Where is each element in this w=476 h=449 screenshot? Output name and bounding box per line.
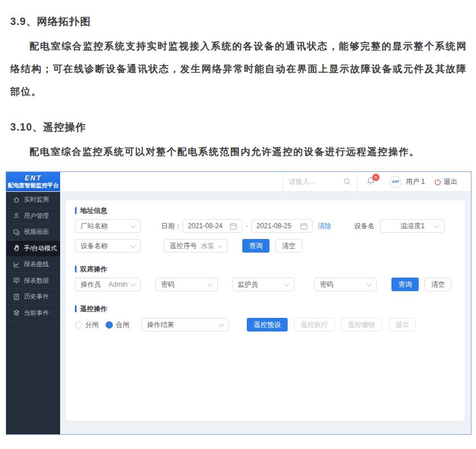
radio-unchecked-icon bbox=[75, 321, 82, 329]
main-area: 地址信息 厂站名称 日期： 2021-08-24 bbox=[60, 192, 471, 435]
clear-date-link[interactable]: 清除 bbox=[318, 221, 331, 231]
section-accent-bar bbox=[75, 266, 77, 272]
section-title: 遥控操作 bbox=[80, 304, 107, 314]
guardian-password-select[interactable]: 密码 bbox=[314, 278, 377, 291]
operator-password-select[interactable]: 密码 bbox=[155, 278, 218, 291]
address-empty-button[interactable]: 清空 bbox=[275, 239, 302, 253]
sidebar-item-label: 历史事件 bbox=[24, 292, 49, 301]
sidebar-item-label: 视频画面 bbox=[24, 228, 49, 236]
select-label: 密码 bbox=[320, 280, 334, 289]
remote-revoke-button[interactable]: 遥控撤销 bbox=[341, 318, 382, 331]
content-panel: 地址信息 厂站名称 日期： 2021-08-24 bbox=[66, 200, 465, 421]
dual-query-button[interactable]: 查询 bbox=[391, 278, 419, 291]
doc-heading-3-9: 3.9、网络拓扑图 bbox=[10, 15, 467, 28]
address-query-button[interactable]: 查询 bbox=[242, 239, 269, 253]
chevron-down-icon bbox=[434, 223, 440, 228]
remote-operation-row: 分闸 合闸 操作结果 遥控预设 遥控执行 遥控撤销 退出 bbox=[75, 318, 456, 331]
video-icon bbox=[13, 229, 20, 236]
chevron-down-icon bbox=[217, 242, 223, 248]
dual-empty-button[interactable]: 清空 bbox=[424, 278, 452, 291]
radio-label: 分闸 bbox=[85, 320, 99, 330]
device-label: 设备名 bbox=[354, 221, 374, 231]
notification-bell-button[interactable]: 5 bbox=[367, 177, 375, 187]
chart-icon bbox=[13, 261, 20, 268]
radio-open-switch[interactable]: 分闸 bbox=[75, 320, 99, 330]
doc-paragraph-3-9: 配电室综合监控系统支持实时监视接入系统的各设备的通讯状态，能够完整的显示整个系统… bbox=[10, 35, 467, 103]
logout-label: 退出 bbox=[444, 177, 457, 187]
sidebar-item-user-management[interactable]: 用户管理 bbox=[6, 208, 60, 225]
power-icon bbox=[434, 178, 441, 186]
operator-select[interactable]: 操作员 Admin bbox=[75, 278, 141, 291]
station-name-select[interactable]: 厂站名称 bbox=[75, 219, 141, 233]
section-header-remote-operation: 遥控操作 bbox=[75, 304, 456, 313]
address-row-2: 设备名称 遥控序号 水泵 查询 清空 bbox=[75, 239, 456, 253]
radio-close-switch[interactable]: 合闸 bbox=[106, 320, 129, 330]
notification-badge: 5 bbox=[372, 174, 380, 181]
sidebar-item-manual-auto-mode[interactable]: 手/自动模式 bbox=[6, 241, 60, 257]
date-range-separator: - bbox=[246, 222, 248, 230]
device-select[interactable]: 温湿度1 bbox=[380, 219, 445, 233]
document-text: 3.9、网络拓扑图 配电室综合监控系统支持实时监视接入系统的各设备的通讯状态，能… bbox=[0, 0, 476, 163]
sidebar-item-report-curve[interactable]: 报表曲线 bbox=[6, 257, 60, 273]
logout-button[interactable]: 退出 bbox=[434, 177, 457, 187]
select-label: 密码 bbox=[161, 280, 175, 289]
home-icon bbox=[13, 196, 20, 203]
sidebar-item-label: 用户管理 bbox=[24, 212, 49, 220]
dual-operation-row: 操作员 Admin 密码 监护员 密码 bbox=[75, 278, 456, 291]
sidebar-item-label: 手/自动模式 bbox=[24, 244, 57, 253]
avatar[interactable]: ENT bbox=[390, 176, 402, 188]
section-header-address-info: 地址信息 bbox=[75, 206, 456, 215]
select-value: 水泵 bbox=[201, 241, 218, 251]
section-header-dual-operation: 双席操作 bbox=[75, 265, 456, 274]
sidebar-item-realtime-monitor[interactable]: 实时监测 bbox=[6, 192, 60, 208]
select-value: 温湿度1 bbox=[401, 221, 425, 231]
device-name-select[interactable]: 设备名称 bbox=[75, 239, 141, 253]
frame-body: 实时监测 用户管理 视频画面 手/自动模式 报表曲线 bbox=[6, 192, 471, 435]
chevron-down-icon bbox=[130, 281, 136, 287]
select-label: 遥控序号 bbox=[170, 241, 197, 251]
app-screenshot-frame: ENT 配电室智能监控平台 请输入... 5 ENT 用户 1 bbox=[6, 171, 471, 435]
remote-execute-button[interactable]: 遥控执行 bbox=[294, 318, 335, 331]
select-label: 设备名称 bbox=[81, 241, 108, 251]
chevron-down-icon bbox=[219, 321, 225, 327]
radio-label: 合闸 bbox=[116, 320, 129, 330]
layers-icon bbox=[13, 309, 20, 316]
date-label: 日期： bbox=[161, 221, 182, 231]
calendar-icon bbox=[230, 223, 237, 230]
remote-exit-button[interactable]: 退出 bbox=[389, 318, 416, 331]
chevron-down-icon bbox=[284, 281, 290, 287]
date-start-value: 2021-08-24 bbox=[188, 222, 222, 230]
remote-number-select[interactable]: 遥控序号 水泵 bbox=[164, 239, 228, 253]
sidebar: 实时监测 用户管理 视频画面 手/自动模式 报表曲线 bbox=[6, 192, 60, 435]
username-label: 用户 1 bbox=[406, 177, 425, 187]
guardian-select[interactable]: 监护员 bbox=[232, 278, 294, 291]
chevron-down-icon bbox=[208, 281, 213, 287]
app-logo: ENT 配电室智能监控平台 bbox=[6, 172, 60, 191]
select-label: 操作结果 bbox=[147, 320, 174, 330]
hand-icon bbox=[13, 245, 20, 251]
sidebar-item-label: 报表曲线 bbox=[24, 260, 49, 268]
section-accent-bar bbox=[75, 207, 77, 214]
calendar-icon bbox=[300, 223, 307, 230]
date-end-value: 2021-08-25 bbox=[256, 222, 291, 230]
select-label: 厂站名称 bbox=[81, 221, 108, 231]
sidebar-item-report-data[interactable]: 报表数据 bbox=[6, 273, 60, 289]
top-bar: ENT 配电室智能监控平台 请输入... 5 ENT 用户 1 bbox=[6, 172, 471, 192]
history-icon bbox=[13, 293, 20, 300]
sidebar-item-current-events[interactable]: 当前事件 bbox=[6, 305, 60, 322]
date-end-input[interactable]: 2021-08-25 bbox=[251, 219, 313, 233]
section-title: 地址信息 bbox=[80, 206, 107, 216]
date-start-input[interactable]: 2021-08-24 bbox=[183, 219, 242, 233]
report-icon bbox=[13, 277, 20, 284]
doc-heading-3-10: 3.10、遥控操作 bbox=[10, 120, 467, 134]
operation-result-select[interactable]: 操作结果 bbox=[141, 318, 229, 331]
section-title: 双席操作 bbox=[80, 265, 107, 274]
sidebar-item-history-events[interactable]: 历史事件 bbox=[6, 289, 60, 305]
chevron-down-icon bbox=[130, 242, 136, 248]
sidebar-item-label: 实时监测 bbox=[24, 195, 49, 204]
doc-paragraph-3-10: 配电室综合监控系统可以对整个配电系统范围内允许遥控的设备进行远程遥控操作。 bbox=[10, 141, 467, 163]
remote-preset-button[interactable]: 遥控预设 bbox=[247, 318, 288, 331]
sidebar-item-video-screen[interactable]: 视频画面 bbox=[6, 224, 60, 241]
search-icon[interactable] bbox=[343, 178, 351, 186]
search-input[interactable]: 请输入... bbox=[283, 172, 357, 192]
